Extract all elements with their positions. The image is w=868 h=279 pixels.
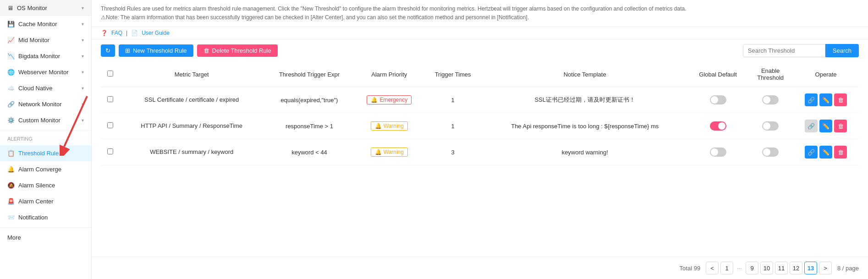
chevron-down-icon: ▾ — [82, 38, 84, 43]
bell-icon: 🔔 — [371, 97, 378, 103]
sidebar-item-cloud-native[interactable]: ☁️ Cloud Native ▾ — [0, 80, 91, 96]
page-dots: ··· — [735, 265, 744, 272]
row2-edit-button[interactable]: ✏️ — [819, 120, 832, 132]
table-container: Metric Target Threshold Trigger Expr Ala… — [92, 62, 868, 257]
page-1-button[interactable]: 1 — [720, 262, 733, 274]
row2-trigger-times: 1 — [424, 113, 482, 139]
row1-global-toggle[interactable] — [710, 95, 726, 104]
threshold-rule-icon: 📋 — [7, 150, 15, 157]
notification-icon: 📨 — [7, 214, 15, 221]
row1-global-default — [688, 87, 748, 113]
chevron-down-icon: ▾ — [82, 54, 84, 59]
page-13-button[interactable]: 13 — [804, 262, 817, 274]
note-text: ⚠Note: The alarm information that has be… — [101, 13, 859, 22]
chevron-down-icon: ▾ — [82, 70, 84, 75]
row3-link-button[interactable]: 🔗 — [805, 146, 818, 159]
table-header-row: Metric Target Threshold Trigger Expr Ala… — [101, 62, 859, 87]
chevron-down-icon: ▾ — [82, 102, 84, 107]
row2-link-button[interactable]: 🔗 — [805, 120, 818, 132]
sidebar-item-os-monitor[interactable]: 🖥 OS Monitor ▾ — [0, 0, 91, 16]
sidebar-item-label: Threshold Rule — [18, 150, 59, 157]
info-bar: Threshold Rules are used for metrics ala… — [92, 0, 868, 27]
search-input[interactable] — [743, 44, 825, 57]
refresh-button[interactable]: ↻ — [101, 44, 115, 57]
toggle-slider — [710, 121, 726, 131]
sidebar-item-cache-monitor[interactable]: 💾 Cache Monitor ▾ — [0, 16, 91, 32]
sidebar-item-threshold-rule[interactable]: 📋 Threshold Rule — [0, 145, 91, 161]
row1-link-button[interactable]: 🔗 — [805, 93, 818, 106]
row2-enable-toggle[interactable] — [762, 121, 779, 131]
sidebar-item-label: Webserver Monitor — [18, 69, 69, 76]
alarm-silence-icon: 🔕 — [7, 182, 15, 189]
row1-edit-button[interactable]: ✏️ — [819, 93, 832, 106]
user-guide-link[interactable]: User Guide — [142, 30, 170, 36]
row3-trigger-times: 3 — [424, 139, 482, 165]
emergency-badge: 🔔 Emergency — [367, 95, 412, 104]
row3-operate: 🔗 ✏️ 🗑 — [793, 139, 859, 165]
sidebar-item-label: Cloud Native — [18, 85, 52, 92]
webserver-monitor-icon: 🌐 — [7, 69, 15, 76]
custom-monitor-icon: ⚙️ — [7, 117, 15, 124]
row1-operate: 🔗 ✏️ 🗑 — [793, 87, 859, 113]
row3-global-toggle[interactable] — [710, 148, 726, 157]
row2-metric-target: HTTP API / Summary / ResponseTime — [119, 113, 264, 139]
row3-enable-toggle[interactable] — [762, 148, 779, 157]
row1-delete-button[interactable]: 🗑 — [834, 93, 847, 106]
row1-enable-toggle[interactable] — [762, 95, 779, 104]
sidebar-item-bigdata-monitor[interactable]: 📉 Bigdata Monitor ▾ — [0, 48, 91, 64]
sidebar-item-more[interactable]: More — [0, 230, 91, 246]
bigdata-monitor-icon: 📉 — [7, 53, 15, 60]
divider2 — [0, 227, 91, 228]
next-page-button[interactable]: > — [819, 262, 832, 274]
row1-notice-template: SSL证书已经过期，请及时更新证书！ — [482, 87, 688, 113]
col-checkbox — [101, 62, 119, 87]
sidebar-item-label: Alarm Converge — [18, 166, 61, 173]
more-label: More — [7, 234, 21, 241]
sidebar-item-network-monitor[interactable]: 🔗 Network Monitor ▾ — [0, 96, 91, 112]
page-12-button[interactable]: 12 — [790, 262, 802, 274]
refresh-icon: ↻ — [105, 47, 110, 54]
search-button-label: Search — [833, 47, 852, 54]
row2-global-toggle[interactable] — [710, 121, 726, 131]
row1-checkbox[interactable] — [107, 96, 113, 102]
row2-delete-button[interactable]: 🗑 — [834, 120, 847, 132]
page-11-button[interactable]: 11 — [775, 262, 788, 274]
row2-checkbox-cell — [101, 113, 119, 139]
sidebar-item-custom-monitor[interactable]: ⚙️ Custom Monitor ▾ — [0, 112, 91, 128]
row3-checkbox[interactable] — [107, 148, 113, 154]
search-button[interactable]: Search — [825, 44, 859, 57]
row1-trigger-times: 1 — [424, 87, 482, 113]
sidebar-item-alarm-converge[interactable]: 🔔 Alarm Converge — [0, 161, 91, 177]
faq-link[interactable]: FAQ — [111, 30, 122, 36]
network-monitor-icon: 🔗 — [7, 101, 15, 108]
row3-edit-button[interactable]: ✏️ — [819, 146, 832, 159]
operate-btns: 🔗 ✏️ 🗑 — [797, 120, 855, 132]
row2-operate: 🔗 ✏️ 🗑 — [793, 113, 859, 139]
bell-icon: 🔔 — [375, 123, 382, 129]
sidebar-item-label: Mid Monitor — [18, 37, 49, 44]
prev-page-button[interactable]: < — [706, 262, 719, 274]
row3-checkbox-cell — [101, 139, 119, 165]
delete-icon: 🗑 — [203, 47, 209, 54]
page-9-button[interactable]: 9 — [746, 262, 758, 274]
total-count: Total 99 — [680, 265, 701, 272]
row3-metric-target: WEBSITE / summary / keyword — [119, 139, 264, 165]
select-all-checkbox[interactable] — [107, 71, 113, 77]
row2-enable-threshold — [748, 113, 793, 139]
sidebar-item-webserver-monitor[interactable]: 🌐 Webserver Monitor ▾ — [0, 64, 91, 80]
sidebar-item-alarm-silence[interactable]: 🔕 Alarm Silence — [0, 177, 91, 193]
info-text: Threshold Rules are used for metrics ala… — [101, 5, 859, 13]
sidebar-item-label: Network Monitor — [18, 101, 62, 108]
table-row: SSL Certificate / certificate / expired … — [101, 87, 859, 113]
delete-threshold-rule-button[interactable]: 🗑 Delete Threshold Rule — [197, 44, 278, 57]
alarm-center-icon: 🚨 — [7, 198, 15, 205]
sidebar-item-mid-monitor[interactable]: 📈 Mid Monitor ▾ — [0, 32, 91, 48]
new-threshold-rule-button[interactable]: ⊞ New Threshold Rule — [119, 44, 193, 57]
row3-delete-button[interactable]: 🗑 — [834, 146, 847, 159]
sidebar-item-notification[interactable]: 📨 Notification — [0, 209, 91, 225]
page-10-button[interactable]: 10 — [760, 262, 773, 274]
row2-checkbox[interactable] — [107, 122, 113, 128]
row1-threshold-expr: equals(expired,"true") — [264, 87, 354, 113]
row2-notice-template: The Api responseTime is too long : ${res… — [482, 113, 688, 139]
sidebar-item-alarm-center[interactable]: 🚨 Alarm Center — [0, 193, 91, 209]
